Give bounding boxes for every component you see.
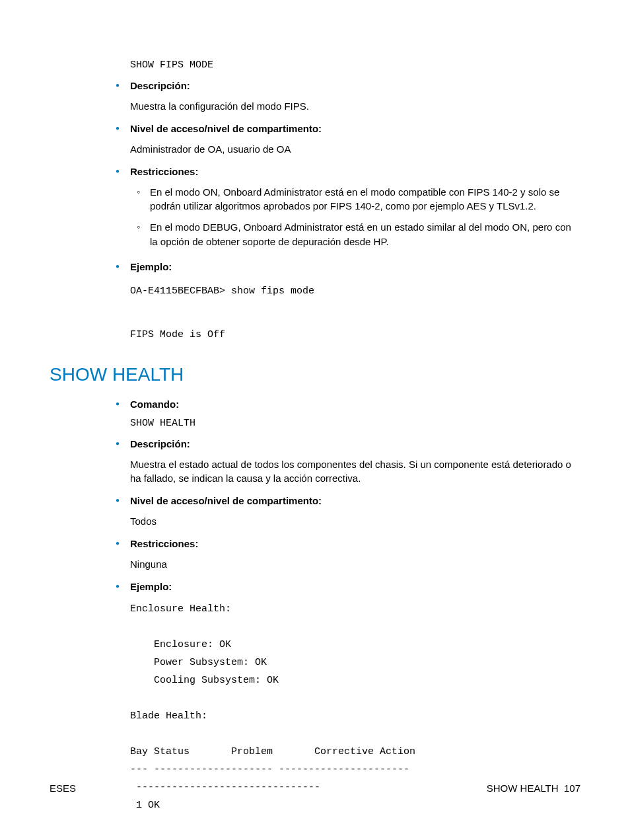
description-label-2: Descripción: <box>130 438 190 449</box>
access-level-text-2: Todos <box>116 514 580 529</box>
restriction-item-1: En el modo ON, Onboard Administrator est… <box>116 185 580 214</box>
section-heading: SHOW HEALTH <box>50 364 580 385</box>
command-text-2: SHOW HEALTH <box>116 418 580 429</box>
example-output: OA-E4115BECFBAB> show fips mode FIPS Mod… <box>116 280 580 346</box>
restrictions-bullet-2: Restricciones: <box>116 538 580 549</box>
command-text: SHOW FIPS MODE <box>116 59 580 71</box>
restrictions-text-2: Ninguna <box>116 557 580 572</box>
page-content: SHOW FIPS MODE Descripción: Muestra la c… <box>50 59 580 814</box>
restriction-item-2: En el modo DEBUG, Onboard Administrator … <box>116 220 580 249</box>
description-bullet-2: Descripción: <box>116 438 580 449</box>
restrictions-bullet: Restricciones: <box>116 166 580 177</box>
example-bullet: Ejemplo: <box>116 261 580 272</box>
footer-left: ESES <box>50 783 76 794</box>
access-level-bullet: Nivel de acceso/nivel de compartimento: <box>116 123 580 134</box>
description-text: Muestra la configuración del modo FIPS. <box>116 99 580 114</box>
example-label: Ejemplo: <box>130 261 172 272</box>
description-text-2: Muestra el estado actual de todos los co… <box>116 457 580 486</box>
access-level-text: Administrador de OA, usuario de OA <box>116 142 580 157</box>
access-level-label: Nivel de acceso/nivel de compartimento: <box>130 123 322 134</box>
access-level-label-2: Nivel de acceso/nivel de compartimento: <box>130 495 322 506</box>
example-bullet-2: Ejemplo: <box>116 581 580 592</box>
command-label: Comando: <box>130 399 179 410</box>
access-level-bullet-2: Nivel de acceso/nivel de compartimento: <box>116 495 580 506</box>
example-output-2: Enclosure Health: Enclosure: OK Power Su… <box>116 600 580 814</box>
description-bullet: Descripción: <box>116 80 580 91</box>
page-footer: ESES SHOW HEALTH 107 <box>50 783 580 794</box>
restrictions-label: Restricciones: <box>130 166 198 177</box>
restrictions-label-2: Restricciones: <box>130 538 198 549</box>
footer-right: SHOW HEALTH 107 <box>487 783 580 794</box>
command-bullet: Comando: <box>116 399 580 410</box>
description-label: Descripción: <box>130 80 190 91</box>
example-label-2: Ejemplo: <box>130 581 172 592</box>
